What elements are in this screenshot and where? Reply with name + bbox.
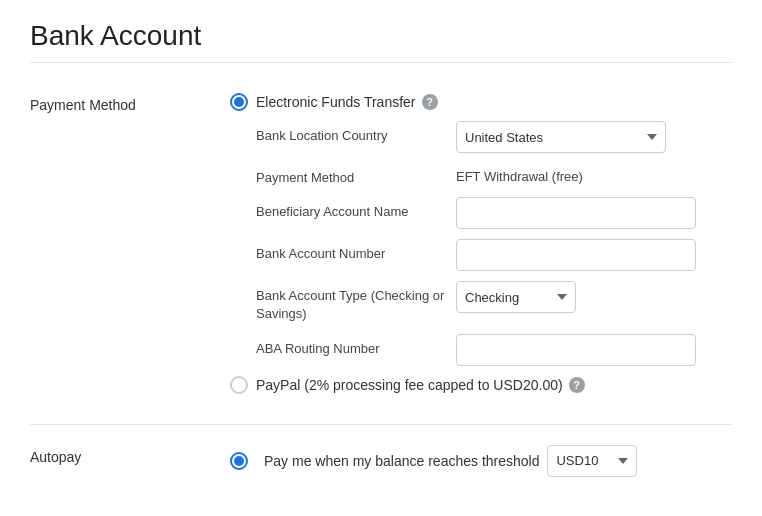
bank-account-number-field[interactable]	[456, 239, 696, 271]
eft-help-icon[interactable]: ?	[422, 94, 438, 110]
aba-routing-number-label: ABA Routing Number	[256, 334, 456, 358]
payment-method-content: Electronic Funds Transfer ? Bank Locatio…	[230, 93, 732, 404]
autopay-radio-circle[interactable]	[230, 452, 248, 470]
bank-location-country-row: Bank Location Country United States	[256, 121, 732, 153]
bank-account-type-label: Bank Account Type (Checking or Savings)	[256, 281, 456, 323]
payment-method-value-row: Payment Method EFT Withdrawal (free)	[256, 163, 732, 187]
beneficiary-account-name-input	[456, 197, 732, 229]
bank-account-number-row: Bank Account Number	[256, 239, 732, 271]
payment-method-value: EFT Withdrawal (free)	[456, 163, 732, 184]
bank-location-country-label: Bank Location Country	[256, 121, 456, 145]
payment-method-label: Payment Method	[30, 93, 230, 404]
payment-method-section: Payment Method Electronic Funds Transfer…	[30, 93, 732, 425]
page: Bank Account Payment Method Electronic F…	[0, 0, 762, 516]
bank-account-number-label: Bank Account Number	[256, 239, 456, 263]
page-title: Bank Account	[30, 20, 732, 63]
paypal-help-icon[interactable]: ?	[569, 377, 585, 393]
autopay-section: Autopay Pay me when my balance reaches t…	[30, 445, 732, 497]
eft-radio-circle[interactable]	[230, 93, 248, 111]
account-type-select[interactable]: Checking Savings	[456, 281, 576, 313]
bank-account-type-input: Checking Savings	[456, 281, 732, 313]
bank-location-country-input: United States	[456, 121, 732, 153]
bank-account-type-row: Bank Account Type (Checking or Savings) …	[256, 281, 732, 323]
threshold-select[interactable]: USD10 USD25 USD50 USD100	[547, 445, 637, 477]
paypal-radio-circle[interactable]	[230, 376, 248, 394]
beneficiary-account-name-row: Beneficiary Account Name	[256, 197, 732, 229]
aba-routing-number-input	[456, 334, 732, 366]
paypal-radio-option[interactable]: PayPal (2% processing fee capped to USD2…	[230, 376, 732, 394]
payment-method-field-label: Payment Method	[256, 163, 456, 187]
autopay-option-row: Pay me when my balance reaches threshold…	[230, 445, 732, 477]
country-select[interactable]: United States	[456, 121, 666, 153]
aba-routing-number-row: ABA Routing Number	[256, 334, 732, 366]
autopay-option-label: Pay me when my balance reaches threshold	[264, 453, 539, 469]
aba-routing-number-field[interactable]	[456, 334, 696, 366]
paypal-radio-label: PayPal (2% processing fee capped to USD2…	[256, 377, 563, 393]
eft-radio-option[interactable]: Electronic Funds Transfer ?	[230, 93, 732, 111]
autopay-label: Autopay	[30, 445, 230, 477]
beneficiary-account-name-label: Beneficiary Account Name	[256, 197, 456, 221]
eft-details: Bank Location Country United States Paym…	[256, 121, 732, 366]
autopay-content: Pay me when my balance reaches threshold…	[230, 445, 732, 477]
bank-account-number-input	[456, 239, 732, 271]
eft-radio-label: Electronic Funds Transfer	[256, 94, 416, 110]
beneficiary-account-name-field[interactable]	[456, 197, 696, 229]
